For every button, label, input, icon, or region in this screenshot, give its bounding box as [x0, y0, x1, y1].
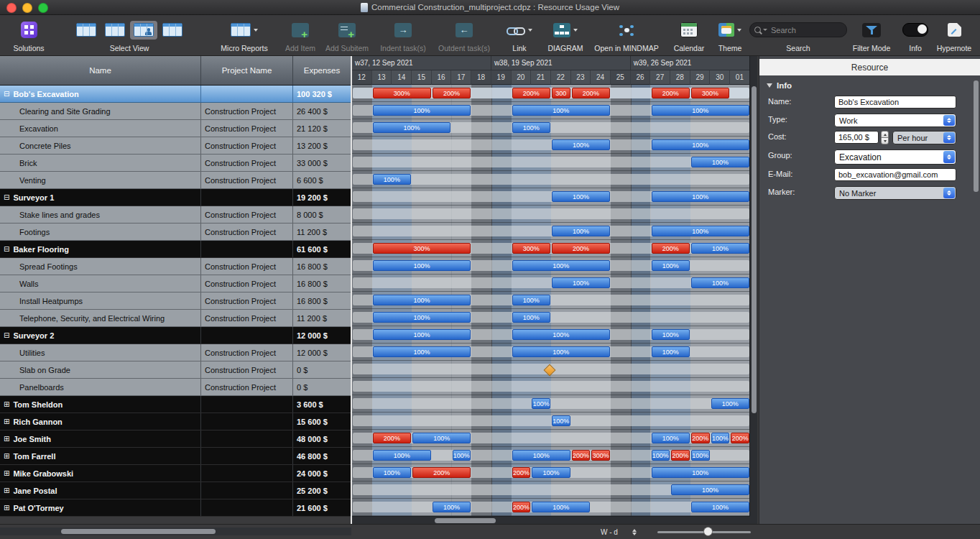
- table-row[interactable]: Spread FootingsConstruction Project16 80…: [0, 258, 351, 275]
- usage-bar[interactable]: 100%: [512, 346, 611, 357]
- usage-bar[interactable]: 100%: [652, 329, 690, 340]
- table-row[interactable]: UtilitiesConstruction Project12 000 $: [0, 344, 351, 361]
- usage-bar[interactable]: 100%: [512, 312, 550, 323]
- usage-bar[interactable]: 100%: [552, 191, 610, 202]
- table-row[interactable]: Install HeatpumpsConstruction Project16 …: [0, 292, 351, 310]
- usage-bar[interactable]: 300%: [373, 88, 431, 98]
- usage-bar[interactable]: 100%: [373, 122, 451, 133]
- usage-bar[interactable]: 100%: [532, 467, 570, 478]
- usage-bar[interactable]: 100%: [512, 295, 550, 305]
- usage-bar[interactable]: 100%: [512, 329, 611, 340]
- toolbar-link[interactable]: Link: [503, 17, 536, 52]
- usage-bar[interactable]: 100%: [652, 226, 750, 236]
- expand-icon[interactable]: ⊞: [4, 400, 9, 408]
- table-chart-splitter[interactable]: [351, 56, 352, 525]
- usage-bar[interactable]: 200%: [652, 243, 690, 254]
- usage-bar[interactable]: 300%: [373, 243, 471, 254]
- collapse-icon[interactable]: ⊟: [4, 90, 9, 98]
- table-row[interactable]: ⊞Mike Grabowski24 000 $: [0, 465, 351, 482]
- usage-bar[interactable]: 100%: [373, 295, 471, 305]
- usage-bar[interactable]: 100%: [652, 105, 750, 116]
- close-button[interactable]: [6, 3, 17, 13]
- usage-bar[interactable]: 100%: [652, 260, 690, 271]
- search-box[interactable]: [749, 22, 847, 37]
- usage-bar[interactable]: 100%: [373, 346, 471, 357]
- usage-bar[interactable]: 100%: [532, 398, 550, 409]
- expand-icon[interactable]: ⊞: [4, 487, 9, 494]
- table-row[interactable]: ⊞Joe Smith48 000 $: [0, 430, 351, 448]
- table-row[interactable]: ⊟Bob's Excavation100 320 $: [0, 86, 351, 103]
- usage-bar[interactable]: 100%: [373, 329, 471, 340]
- usage-bar[interactable]: 300%: [691, 88, 729, 98]
- zoom-slider[interactable]: [657, 525, 751, 539]
- toolbar-outdent-task[interactable]: ← Outdent task(s): [437, 17, 491, 52]
- column-header-expenses[interactable]: Expenses: [293, 56, 351, 85]
- usage-bar[interactable]: 300: [552, 88, 570, 98]
- zoom-button[interactable]: [38, 3, 48, 13]
- usage-bar[interactable]: 100%: [691, 157, 749, 167]
- table-row[interactable]: ⊟Baker Flooring61 600 $: [0, 241, 351, 258]
- expand-icon[interactable]: ⊞: [4, 452, 9, 460]
- view-list-icon[interactable]: [101, 21, 129, 40]
- table-row[interactable]: Slab on GradeConstruction Project0 $: [0, 361, 351, 379]
- usage-bar[interactable]: 100%: [373, 260, 471, 271]
- usage-bar[interactable]: 100%: [512, 122, 550, 133]
- table-row[interactable]: ⊟Surveyor 212 000 $: [0, 327, 351, 344]
- inspector-scrollbar[interactable]: [974, 80, 979, 192]
- usage-bar[interactable]: 200%: [731, 433, 749, 443]
- usage-bar[interactable]: 200%: [572, 450, 591, 461]
- usage-bar[interactable]: 300%: [591, 450, 610, 461]
- toolbar-calendar[interactable]: Calendar: [670, 17, 708, 52]
- info-section-header[interactable]: Info: [767, 81, 792, 90]
- toolbar-indent-task[interactable]: → Indent task(s): [378, 17, 428, 52]
- expand-icon[interactable]: ⊞: [4, 435, 9, 443]
- usage-bar[interactable]: 200%: [512, 467, 531, 478]
- table-row[interactable]: Stake lines and gradesConstruction Proje…: [0, 206, 351, 224]
- collapse-icon[interactable]: ⊟: [4, 193, 9, 201]
- table-row[interactable]: ⊟Surveyor 119 200 $: [0, 189, 351, 206]
- usage-bar[interactable]: 100%: [373, 105, 471, 116]
- expand-icon[interactable]: ⊞: [4, 469, 9, 477]
- usage-bar[interactable]: 100%: [691, 277, 749, 288]
- toolbar-diagram[interactable]: DIAGRAM: [543, 17, 588, 52]
- table-horizontal-scrollbar[interactable]: [0, 528, 351, 535]
- usage-bar[interactable]: 100%: [552, 415, 570, 426]
- usage-bar[interactable]: 100%: [652, 139, 750, 150]
- table-row[interactable]: ⊞Rich Gannon15 600 $: [0, 413, 351, 430]
- usage-bar[interactable]: 200%: [512, 88, 550, 98]
- usage-bar[interactable]: 200%: [691, 433, 710, 443]
- usage-bar[interactable]: 100%: [671, 484, 749, 495]
- table-row[interactable]: PanelboardsConstruction Project0 $: [0, 379, 351, 396]
- type-select[interactable]: Work: [834, 114, 956, 127]
- expand-icon[interactable]: ⊞: [4, 418, 9, 425]
- collapse-icon[interactable]: ⊟: [4, 331, 9, 339]
- table-row[interactable]: ⊞Jane Postal25 200 $: [0, 482, 351, 499]
- table-row[interactable]: ⊞Tom Farrell46 800 $: [0, 448, 351, 465]
- slider-knob[interactable]: [703, 527, 713, 536]
- usage-bar[interactable]: 100%: [711, 398, 749, 409]
- usage-bar[interactable]: 100%: [453, 450, 471, 461]
- usage-bar[interactable]: 100%: [412, 433, 471, 443]
- toolbar-hypernote[interactable]: Hypernote: [933, 17, 976, 52]
- table-row[interactable]: ⊞Pat O'Tormey21 600 $: [0, 499, 351, 517]
- zoom-stepper[interactable]: [630, 527, 639, 538]
- usage-bar[interactable]: 100%: [512, 450, 570, 461]
- toolbar-add-subitem[interactable]: Add Subitem: [323, 17, 371, 52]
- table-row[interactable]: Concrete PilesConstruction Project13 200…: [0, 137, 351, 155]
- table-row[interactable]: WallsConstruction Project16 800 $: [0, 275, 351, 292]
- usage-bar[interactable]: 200%: [433, 88, 471, 98]
- usage-bar[interactable]: 100%: [652, 433, 690, 443]
- minimize-button[interactable]: [22, 3, 32, 13]
- usage-bar[interactable]: 100%: [691, 243, 749, 254]
- usage-bar[interactable]: 100%: [373, 467, 411, 478]
- usage-bar[interactable]: 100%: [691, 450, 710, 461]
- group-select[interactable]: Excavation: [834, 149, 956, 165]
- table-row[interactable]: FootingsConstruction Project11 200 $: [0, 224, 351, 241]
- cost-stepper[interactable]: [881, 131, 889, 144]
- search-input[interactable]: [769, 25, 842, 35]
- usage-bar[interactable]: 100%: [433, 502, 471, 512]
- usage-bar[interactable]: 100%: [652, 346, 690, 357]
- scrollbar-thumb[interactable]: [752, 86, 757, 413]
- toolbar-add-item[interactable]: Add Item: [282, 17, 319, 52]
- toolbar-filter-mode[interactable]: Filter Mode: [851, 17, 892, 52]
